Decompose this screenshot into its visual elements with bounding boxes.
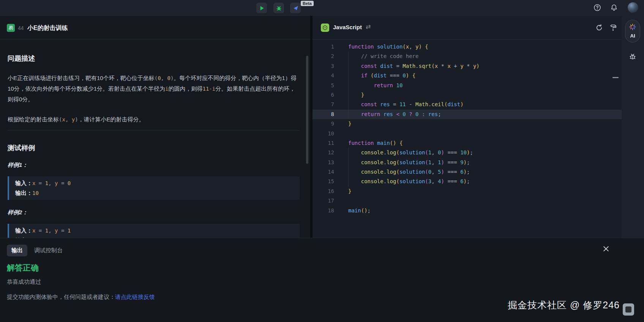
problem-scrollbar-thumb[interactable] bbox=[306, 56, 308, 164]
code-token: x bbox=[447, 63, 450, 69]
code-line-14[interactable]: 14 console.log(solution(0, 5) === 6); bbox=[313, 167, 622, 177]
tab-output[interactable]: 输出 bbox=[7, 245, 27, 256]
format-code-icon[interactable] bbox=[609, 24, 617, 31]
code-token: 4 bbox=[438, 178, 441, 184]
line-content: function main() { bbox=[334, 140, 402, 146]
code-token: ; bbox=[467, 169, 470, 175]
code-token: 1 bbox=[438, 159, 441, 165]
code-editor[interactable]: 1function solution(x, y) {2 // write cod… bbox=[313, 42, 622, 238]
language-switch-icon[interactable]: ⇄ bbox=[366, 23, 371, 30]
code-token: 10 bbox=[396, 82, 402, 88]
code-line-5[interactable]: 5 return 10 bbox=[313, 81, 622, 90]
code-line-15[interactable]: 15 console.log(solution(3, 4) === 6); bbox=[313, 177, 622, 186]
code-token: ) bbox=[75, 116, 78, 123]
code-line-16[interactable]: 16} bbox=[313, 187, 622, 196]
line-number: 1 bbox=[313, 42, 334, 52]
code-token bbox=[374, 140, 377, 146]
code-token bbox=[348, 149, 361, 156]
scrollbar-mark[interactable] bbox=[612, 77, 619, 78]
code-token bbox=[406, 111, 409, 117]
code-token: = bbox=[58, 180, 67, 186]
code-token: 0 bbox=[402, 111, 406, 117]
code-token: solution bbox=[399, 159, 425, 165]
debug-button[interactable] bbox=[273, 3, 284, 13]
code-token: === bbox=[447, 149, 457, 156]
line-content: return 10 bbox=[334, 82, 402, 88]
code-line-11[interactable]: 11function main() { bbox=[313, 138, 622, 148]
feedback-link[interactable]: 请点此链接反馈 bbox=[115, 294, 155, 300]
result-subtitle: 恭喜成功通过 bbox=[7, 278, 41, 286]
bell-icon[interactable] bbox=[610, 4, 618, 11]
code-token: ( bbox=[155, 75, 158, 81]
line-content: console.log(solution(1, 1) === 9); bbox=[334, 159, 470, 165]
sample-block-2: 输入：x = 1, y = 1输出： bbox=[8, 224, 300, 238]
reset-code-icon[interactable] bbox=[595, 24, 603, 31]
code-token: log bbox=[387, 149, 396, 156]
tab-debug-console[interactable]: 调试控制台 bbox=[34, 247, 63, 254]
help-icon[interactable] bbox=[593, 4, 601, 11]
code-line-13[interactable]: 13 console.log(solution(1, 1) === 9); bbox=[313, 158, 622, 167]
code-line-2[interactable]: 2 // write code here bbox=[313, 52, 622, 61]
line-number: 5 bbox=[313, 81, 334, 90]
code-token: y bbox=[460, 63, 463, 69]
code-token: 9 bbox=[460, 159, 463, 165]
code-token: const bbox=[361, 63, 377, 69]
code-token bbox=[396, 140, 399, 146]
code-line-3[interactable]: 3 const dist = Math.sqrt(x * x + y * y) bbox=[313, 61, 622, 71]
code-token: 11 bbox=[202, 86, 209, 92]
top-bar: Beta bbox=[0, 0, 644, 16]
user-avatar[interactable] bbox=[628, 2, 638, 13]
code-token bbox=[470, 63, 473, 69]
code-token: sqrt bbox=[419, 63, 432, 69]
code-token: ) bbox=[464, 159, 467, 165]
code-token: ( bbox=[431, 63, 434, 69]
code-line-17[interactable]: 17 bbox=[313, 196, 622, 206]
io-label: 输入： bbox=[15, 227, 32, 234]
close-icon[interactable] bbox=[603, 246, 609, 252]
save-image-button[interactable] bbox=[623, 303, 634, 316]
code-line-12[interactable]: 12 console.log(solution(1, 0) === 10); bbox=[313, 148, 622, 157]
sample-row: 输出：10 bbox=[15, 188, 294, 198]
code-line-10[interactable]: 10 bbox=[313, 129, 622, 138]
code-token: console bbox=[361, 149, 384, 156]
code-token: 3 bbox=[428, 178, 431, 184]
code-line-7[interactable]: 7 const res = 11 - Math.ceil(dist) bbox=[313, 100, 622, 109]
code-line-8[interactable]: 8 return res < 0 ? 0 : res; bbox=[313, 110, 622, 119]
ai-assistant-button[interactable]: AI bbox=[625, 20, 640, 42]
code-token: } bbox=[348, 188, 351, 194]
code-token bbox=[396, 101, 399, 107]
code-line-18[interactable]: 18main(); bbox=[313, 206, 622, 215]
code-line-4[interactable]: 4 if (dist === 0) { bbox=[313, 71, 622, 80]
code-line-6[interactable]: 6 } bbox=[313, 90, 622, 100]
line-content: const dist = Math.sqrt(x * x + y * y) bbox=[334, 63, 480, 69]
paragraph-text: 的圆内，则得 bbox=[168, 85, 202, 92]
line-content: if (dist === 0) { bbox=[334, 72, 415, 79]
code-token bbox=[425, 111, 428, 117]
code-token: === bbox=[447, 159, 457, 165]
code-token bbox=[348, 169, 361, 175]
line-number: 7 bbox=[313, 100, 334, 109]
code-token bbox=[348, 72, 361, 79]
line-number: 11 bbox=[313, 138, 334, 148]
line-content: } bbox=[334, 92, 364, 98]
code-token bbox=[380, 111, 383, 117]
code-token: , bbox=[161, 75, 167, 81]
code-token: . bbox=[384, 169, 387, 175]
code-line-1[interactable]: 1function solution(x, y) { bbox=[313, 42, 622, 52]
code-token: ( bbox=[425, 169, 428, 175]
run-button[interactable] bbox=[256, 3, 267, 13]
code-line-9[interactable]: 9} bbox=[313, 119, 622, 129]
line-number: 6 bbox=[313, 90, 334, 100]
code-token: , bbox=[65, 116, 72, 123]
line-number: 4 bbox=[313, 71, 334, 80]
debug-sidebar-icon[interactable] bbox=[628, 52, 637, 61]
code-token: log bbox=[387, 169, 396, 175]
code-token: ) bbox=[441, 159, 444, 165]
submit-button[interactable] bbox=[290, 3, 301, 13]
code-token: , bbox=[48, 228, 55, 234]
inline-code: (0, 0) bbox=[155, 75, 174, 81]
code-token: 0 bbox=[428, 169, 431, 175]
code-token: const bbox=[361, 101, 377, 107]
line-content: console.log(solution(1, 0) === 10); bbox=[334, 149, 473, 156]
code-token bbox=[457, 178, 460, 184]
